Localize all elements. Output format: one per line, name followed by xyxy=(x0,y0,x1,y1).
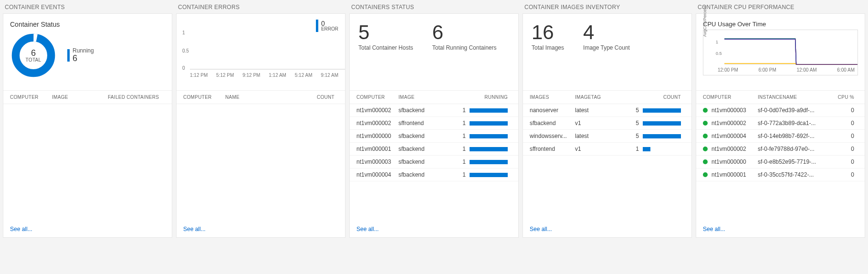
table-row[interactable]: nt1vm000001sfbackend1 xyxy=(350,143,518,156)
card-containers-status: 5 Total Container Hosts 6 Total Running … xyxy=(349,13,519,238)
table-row[interactable]: windowsserv...latest5 xyxy=(523,130,691,143)
table-row[interactable]: sfbackendv15 xyxy=(523,117,691,130)
status-dot-icon xyxy=(703,159,708,164)
cell-computer: nt1vm000002 xyxy=(356,120,398,126)
cell-image: windowsserv... xyxy=(530,133,575,139)
cell-cpu-pct: 0 xyxy=(834,158,858,165)
cell-running: 1 xyxy=(440,120,512,126)
micro-bar xyxy=(470,173,508,177)
col-name[interactable]: NAME xyxy=(225,95,305,100)
cell-computer: nt1vm000004 xyxy=(703,133,758,139)
table-row[interactable]: nt1vm000000sf-0-e8b52e95-7719-...0 xyxy=(696,156,865,169)
table-row[interactable]: nt1vm000002sf-0-772a3b89-dca1-...0 xyxy=(696,117,865,130)
legend-label: ERROR xyxy=(321,27,338,32)
pane-title: CONTAINERS STATUS xyxy=(349,3,519,13)
table-row[interactable]: nt1vm000002sffrontend1 xyxy=(350,117,518,130)
cell-running: 1 xyxy=(440,158,512,165)
table-row[interactable]: nt1vm000001sf-0-35cc57fd-7422-...0 xyxy=(696,169,865,181)
micro-bar xyxy=(643,121,681,126)
table-row[interactable]: nt1vm000002sf-0-fe79788d-97e0-...0 xyxy=(696,143,865,156)
running-value: 1 xyxy=(462,107,466,114)
count-value: 1 xyxy=(636,146,639,152)
col-image[interactable]: IMAGE xyxy=(398,95,440,100)
pane-container-events: CONTAINER EVENTS Container Status 6 TOTA… xyxy=(3,3,172,238)
running-value: 1 xyxy=(462,133,466,139)
table-row[interactable]: nt1vm000003sfbackend1 xyxy=(350,156,518,169)
col-computer[interactable]: COMPUTER xyxy=(10,95,52,100)
col-images[interactable]: IMAGES xyxy=(530,95,575,100)
table-header: COMPUTER IMAGE FAILED CONTAINERS xyxy=(3,90,172,104)
table-header: IMAGES IMAGETAG COUNT xyxy=(523,90,691,104)
stat-label: Image Type Count xyxy=(583,44,630,51)
col-tag[interactable]: IMAGETAG xyxy=(575,95,608,100)
table-row[interactable]: nt1vm000003sf-0-0d07ed39-a9df-...0 xyxy=(696,104,865,117)
count-value: 5 xyxy=(636,120,639,126)
count-value: 5 xyxy=(636,107,639,114)
cell-computer: nt1vm000000 xyxy=(703,158,758,165)
col-count[interactable]: COUNT xyxy=(608,95,685,100)
y-axis-label: AvgCPUPercent xyxy=(702,6,707,37)
see-all-link[interactable]: See all... xyxy=(530,226,552,232)
cell-computer: nt1vm000002 xyxy=(703,146,758,152)
table-row[interactable]: sffrontendv11 xyxy=(523,143,691,156)
cell-cpu-pct: 0 xyxy=(834,146,858,152)
card-images-inventory: 16 Total Images 4 Image Type Count IMAGE… xyxy=(523,13,692,238)
cell-tag: v1 xyxy=(575,146,608,152)
x-tick: 1:12 PM xyxy=(190,73,208,78)
pane-title: CONTAINER ERRORS xyxy=(176,3,345,13)
legend-label: Running xyxy=(73,48,94,54)
donut-total-label: TOTAL xyxy=(26,57,42,63)
table-header: COMPUTER INSTANCENAME CPU % xyxy=(696,90,865,104)
pane-images-inventory: CONTAINER IMAGES INVENTORY 16 Total Imag… xyxy=(523,3,692,238)
cell-computer: nt1vm000000 xyxy=(356,133,398,139)
table-row[interactable]: nt1vm000004sf-0-14eb98b7-692f-...0 xyxy=(696,130,865,143)
y-tick: 0.5 xyxy=(716,51,722,56)
stat-total-hosts: 5 Total Container Hosts xyxy=(358,22,413,87)
cell-instance: sf-0-fe79788d-97e0-... xyxy=(758,146,834,152)
legend-swatch xyxy=(67,49,70,62)
col-computer[interactable]: COMPUTER xyxy=(703,95,758,100)
col-count[interactable]: COUNT xyxy=(305,95,338,100)
x-tick: 9:12 PM xyxy=(242,73,260,78)
cell-image: sfbackend xyxy=(398,171,440,178)
running-value: 1 xyxy=(462,146,466,152)
col-computer[interactable]: COMPUTER xyxy=(356,95,398,100)
micro-bar xyxy=(643,134,681,138)
col-image[interactable]: IMAGE xyxy=(52,95,108,100)
table-header: COMPUTER IMAGE RUNNING xyxy=(350,90,518,104)
cell-running: 1 xyxy=(440,133,512,139)
cell-instance: sf-0-772a3b89-dca1-... xyxy=(758,120,834,126)
table-row[interactable]: nt1vm000002sfbackend1 xyxy=(350,104,518,117)
cell-computer: nt1vm000001 xyxy=(703,171,758,178)
stat-total-running: 6 Total Running Containers xyxy=(432,22,497,87)
cell-running: 1 xyxy=(440,146,512,152)
col-computer[interactable]: COMPUTER xyxy=(183,95,225,100)
error-line-chart: 1 0.5 0 1:12 PM 5:12 PM 9:12 PM 1:12 AM … xyxy=(183,32,338,75)
table-row[interactable]: nanoserverlatest5 xyxy=(523,104,691,117)
see-all-link[interactable]: See all... xyxy=(10,226,32,232)
col-failed[interactable]: FAILED CONTAINERS xyxy=(108,95,165,100)
cell-computer: nt1vm000002 xyxy=(703,120,758,126)
stat-value: 5 xyxy=(358,22,413,42)
see-all-link[interactable]: See all... xyxy=(356,226,379,232)
pane-containers-status: CONTAINERS STATUS 5 Total Container Host… xyxy=(349,3,519,238)
donut-chart: 6 TOTAL xyxy=(10,32,57,79)
table-row[interactable]: nt1vm000004sfbackend1 xyxy=(350,169,518,181)
cell-tag: latest xyxy=(575,107,608,114)
see-all-link[interactable]: See all... xyxy=(183,226,206,232)
col-cpu-pct[interactable]: CPU % xyxy=(834,95,858,100)
micro-bar xyxy=(643,108,681,113)
see-all-link[interactable]: See all... xyxy=(703,226,725,232)
cell-count: 5 xyxy=(608,133,685,139)
legend-running: Running 6 xyxy=(67,48,94,63)
col-running[interactable]: RUNNING xyxy=(440,95,512,100)
y-tick: 1 xyxy=(716,40,718,44)
legend-value: 6 xyxy=(73,54,94,63)
table-body-empty xyxy=(3,104,172,237)
table-body: nt1vm000002sfbackend1nt1vm000002sffronte… xyxy=(350,104,518,237)
cell-count: 1 xyxy=(608,146,685,152)
x-tick: 5:12 PM xyxy=(216,73,234,78)
y-tick: 0 xyxy=(182,65,185,71)
col-instance[interactable]: INSTANCENAME xyxy=(758,95,834,100)
table-row[interactable]: nt1vm000000sfbackend1 xyxy=(350,130,518,143)
